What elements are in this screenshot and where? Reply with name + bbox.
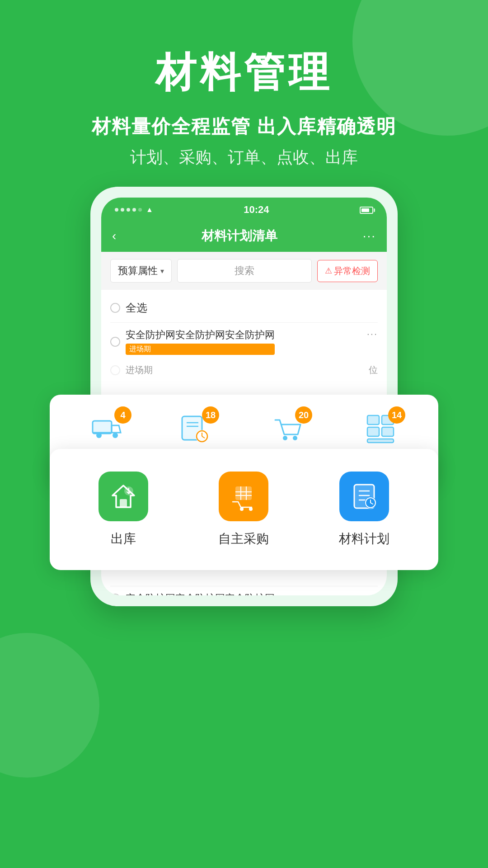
pending-purchase-badge: 4 [114,406,131,424]
middle-list: 安全防护网安全防护网安全防护网 ··· 规格型号 6米 [101,586,387,595]
self-purchase-label: 自主采购 [218,530,269,547]
stock-order-badge: 20 [295,406,312,424]
status-bar: ▲ 10:24 [101,198,387,220]
svg-point-38 [249,507,253,511]
item-name: 安全防护网安全防护网安全防护网 [126,328,275,342]
select-all-row[interactable]: 全选 [110,297,378,322]
plan-list-badge: 14 [388,406,405,424]
outbound-icon-wrap [99,472,148,521]
warning-icon: ⚠ [325,266,332,276]
item-radio[interactable] [110,337,120,347]
cart-box-icon [229,482,258,511]
item-tag: 进场期 [126,344,275,355]
svg-rect-26 [382,427,394,436]
svg-rect-32 [235,486,252,500]
action-self-purchase[interactable]: 自主采购 [218,472,269,547]
svg-rect-5 [93,421,112,434]
action-outbound[interactable]: 出库 [99,472,148,547]
subtitle-main: 材料量价全程监管 出入库精确透明 [27,114,461,139]
mockup-wrapper: ▲ 10:24 ‹ 材料计划清单 ··· [41,187,447,624]
list-area: 全选 安全防护网安全防护网安全防护网 进场期 ··· [101,290,387,387]
item2-more-button[interactable]: ··· [367,592,378,595]
svg-point-8 [113,433,118,438]
list-item: 安全防护网安全防护网安全防护网 进场期 ··· [110,322,378,360]
svg-point-18 [283,436,287,440]
svg-point-7 [96,433,102,438]
status-time: 10:24 [244,204,269,216]
page-title: 材料管理 [27,45,461,100]
search-input[interactable]: 搜索 [177,259,312,283]
battery-icon [360,206,373,214]
pending-check-badge: 18 [202,406,219,424]
header-section: 材料管理 材料量价全程监管 出入库精确透明 计划、采购、订单、点收、出库 [0,0,488,187]
list-item-2: 安全防护网安全防护网安全防护网 ··· [110,586,378,595]
anomaly-button[interactable]: ⚠ 异常检测 [317,260,378,282]
cart-icon-wrap: 20 [272,413,304,447]
svg-rect-24 [367,427,379,436]
outbound-label: 出库 [111,530,136,547]
svg-rect-20 [367,415,379,425]
svg-point-19 [293,436,297,440]
material-plan-label: 材料计划 [339,530,389,547]
action-material-plan[interactable]: 材料计划 [339,472,389,547]
signal-dots: ▲ [115,206,153,214]
app-nav: ‹ 材料计划清单 ··· [101,220,387,252]
bottom-actions-card: 出库 自主采购 [50,449,438,570]
filter-bar: 预算属性 ▾ 搜索 ⚠ 异常检测 [101,252,387,290]
doc-list-icon [350,482,379,511]
subtitle-sub: 计划、采购、订单、点收、出库 [27,146,461,169]
item-more-button[interactable]: ··· [367,328,378,340]
svg-point-37 [240,507,244,511]
doc-clock-icon-wrap: 18 [178,413,211,447]
partial-row: 进场期 位 [110,360,378,380]
budget-filter[interactable]: 预算属性 ▾ [110,259,172,283]
house-icon [109,482,138,511]
nav-title: 材料计划清单 [202,227,277,245]
item2-name: 安全防护网安全防护网安全防护网 [126,592,275,595]
partial-radio [110,365,120,375]
grid-icon-wrap: 14 [365,413,397,447]
truck-icon-wrap: 4 [91,413,123,447]
back-button[interactable]: ‹ [112,229,116,243]
svg-rect-30 [120,499,127,507]
material-plan-icon-wrap [339,472,389,521]
more-button[interactable]: ··· [363,229,376,243]
self-purchase-icon-wrap [219,472,268,521]
item2-radio[interactable] [110,594,120,595]
select-all-radio[interactable] [110,303,120,313]
status-icons [360,206,373,214]
